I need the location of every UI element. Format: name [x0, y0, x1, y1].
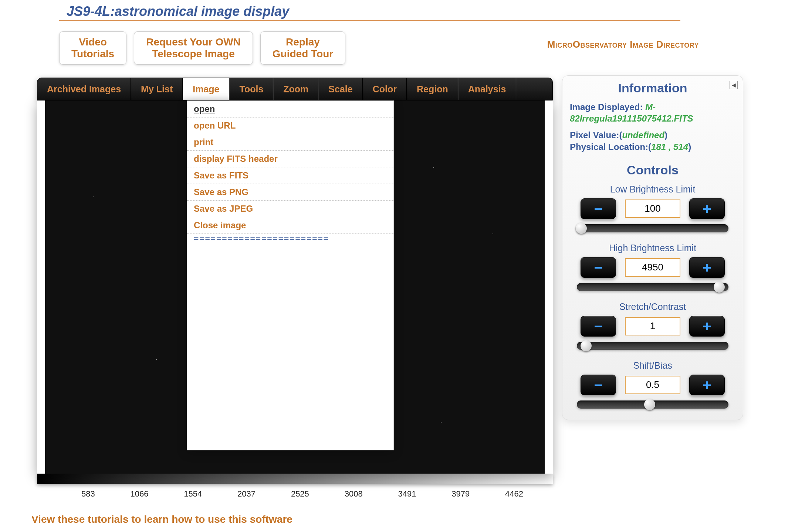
low-brightness-input[interactable] — [625, 200, 680, 218]
menu-archived-images[interactable]: Archived Images — [37, 78, 131, 100]
control-label: Stretch/Contrast — [570, 301, 735, 312]
scale-tick: 3491 — [398, 489, 416, 499]
menu-analysis[interactable]: Analysis — [458, 78, 516, 100]
control-label: Shift/Bias — [570, 360, 735, 371]
scale-tick: 2037 — [237, 489, 256, 499]
stretch-minus-button[interactable]: − — [581, 316, 616, 337]
bias-minus-button[interactable]: − — [581, 375, 616, 395]
low-brightness-minus-button[interactable]: − — [581, 198, 616, 219]
info-pixel-value: Pixel Value:(undefined) — [570, 129, 735, 141]
scale-tick: 3008 — [345, 489, 363, 499]
video-tutorials-button[interactable]: Video Tutorials — [59, 31, 126, 65]
info-physical-location: Physical Location:(181 , 514) — [570, 141, 735, 153]
intensity-gradient-bar — [37, 474, 553, 484]
scale-tick: 1066 — [131, 489, 149, 499]
scale-tick: 1554 — [184, 489, 202, 499]
slider-thumb[interactable] — [576, 223, 587, 234]
star — [493, 233, 493, 234]
scale-tick: 3979 — [451, 489, 470, 499]
high-brightness-minus-button[interactable]: − — [581, 257, 616, 278]
stretch-input[interactable] — [625, 317, 680, 335]
high-brightness-plus-button[interactable]: + — [689, 257, 725, 278]
star — [156, 359, 157, 360]
bias-input[interactable] — [625, 376, 680, 394]
stretch-plus-button[interactable]: + — [689, 316, 725, 337]
menu-image[interactable]: Image — [183, 78, 229, 100]
side-panel: ◀ Information Image Displayed: M-82Irreg… — [562, 75, 743, 420]
info-pixel-label: Pixel Value: — [570, 130, 619, 140]
bias-plus-button[interactable]: + — [689, 375, 725, 395]
image-menu-save-as-png[interactable]: Save as PNG — [187, 184, 393, 201]
scale-ticks: 583 1066 1554 2037 2525 3008 3491 3979 4… — [37, 484, 553, 499]
image-menu-open[interactable]: open — [187, 101, 393, 117]
control-high-brightness: High Brightness Limit − + — [570, 243, 735, 291]
image-menu-display-fits-header[interactable]: display FITS header — [187, 151, 393, 167]
slider-thumb[interactable] — [644, 399, 655, 410]
image-menu-save-as-jpeg[interactable]: Save as JPEG — [187, 201, 393, 217]
scale-tick: 2525 — [291, 489, 309, 499]
control-label: Low Brightness Limit — [570, 184, 735, 195]
low-brightness-slider[interactable] — [577, 224, 728, 232]
star — [433, 167, 434, 168]
image-menu-close-image[interactable]: Close image — [187, 217, 393, 234]
bias-slider[interactable] — [577, 400, 728, 409]
info-loc-value: 181 , 514 — [651, 142, 688, 152]
high-brightness-slider[interactable] — [577, 283, 728, 291]
menu-color[interactable]: Color — [363, 78, 407, 100]
image-directory-link[interactable]: MicroObservatory Image Directory — [547, 39, 699, 50]
info-loc-label: Physical Location: — [570, 142, 648, 152]
star — [441, 422, 442, 423]
controls-title: Controls — [570, 163, 735, 177]
replay-tour-button[interactable]: Replay Guided Tour — [260, 31, 345, 65]
control-label: High Brightness Limit — [570, 243, 735, 253]
scale-tick: 583 — [81, 489, 95, 499]
slider-thumb[interactable] — [581, 340, 592, 351]
menu-tools[interactable]: Tools — [229, 78, 273, 100]
tutorials-link[interactable]: View these tutorials to learn how to use… — [31, 514, 292, 525]
menu-scale[interactable]: Scale — [318, 78, 362, 100]
control-shift-bias: Shift/Bias − + — [570, 360, 735, 409]
high-brightness-input[interactable] — [625, 258, 680, 277]
menu-my-list[interactable]: My List — [131, 78, 183, 100]
image-menu-save-as-fits[interactable]: Save as FITS — [187, 167, 393, 184]
image-dropdown: open open URL print display FITS header … — [187, 100, 394, 450]
star — [93, 197, 94, 197]
title-underline — [59, 20, 680, 21]
image-menu-separator: ======================== — [187, 234, 393, 243]
panel-collapse-icon[interactable]: ◀ — [730, 81, 738, 89]
scale-tick: 4462 — [505, 489, 523, 499]
page-title: JS9-4L:astronomical image display — [67, 4, 289, 19]
info-image-displayed: Image Displayed: M-82Irregula19111507541… — [570, 101, 735, 124]
menu-region[interactable]: Region — [407, 78, 458, 100]
viewer: Archived Images My List Image Tools Zoom… — [37, 78, 553, 499]
info-pixel-value-text: undefined — [622, 130, 664, 140]
control-low-brightness: Low Brightness Limit − + — [570, 184, 735, 232]
info-image-label: Image Displayed: — [570, 102, 645, 112]
low-brightness-plus-button[interactable]: + — [689, 198, 725, 219]
info-title: Information — [570, 81, 735, 95]
image-menu-open-url[interactable]: open URL — [187, 117, 393, 134]
header-buttons: Video Tutorials Request Your OWN Telesco… — [59, 31, 345, 65]
control-stretch-contrast: Stretch/Contrast − + — [570, 301, 735, 350]
stretch-slider[interactable] — [577, 342, 728, 350]
request-telescope-button[interactable]: Request Your OWN Telescope Image — [134, 31, 253, 65]
menu-zoom[interactable]: Zoom — [273, 78, 318, 100]
image-menu-print[interactable]: print — [187, 134, 393, 151]
menubar: Archived Images My List Image Tools Zoom… — [37, 78, 553, 100]
slider-thumb[interactable] — [714, 282, 725, 293]
